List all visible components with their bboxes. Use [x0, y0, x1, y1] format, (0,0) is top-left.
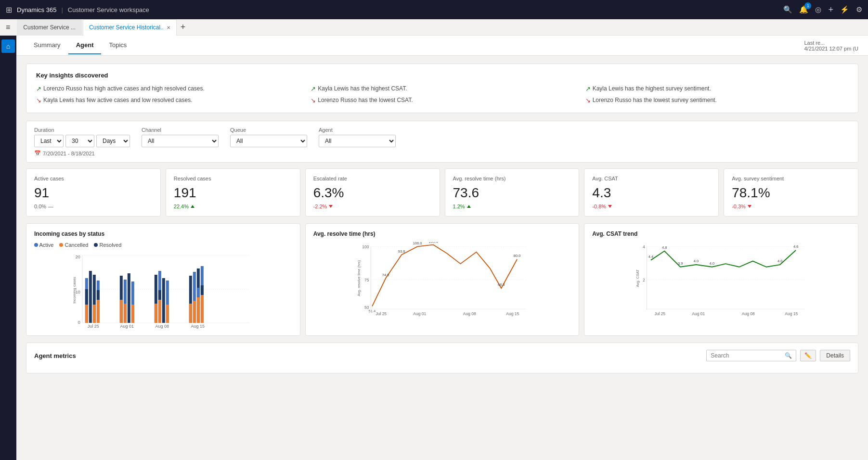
tab-historical[interactable]: Customer Service Historical.. ✕: [83, 19, 177, 36]
svg-rect-22: [131, 305, 134, 323]
metric-value: 191: [174, 185, 292, 201]
tab-agent[interactable]: Agent: [68, 37, 102, 54]
svg-text:Jul 25: Jul 25: [655, 312, 666, 317]
metric-change: 1.2%: [453, 204, 571, 209]
insight-up-icon: ↗: [585, 85, 591, 93]
metric-value: 73.6: [453, 185, 571, 201]
metric-change: 0.0% —: [34, 204, 153, 209]
csat-trend-chart: Avg. CSAT trend 4 2: [584, 223, 858, 336]
svg-text:Jul 25: Jul 25: [376, 312, 387, 317]
sidebar: ⌂: [0, 36, 16, 460]
arrow-down-icon: [329, 205, 333, 208]
tab-customer-service[interactable]: Customer Service ...: [17, 19, 82, 36]
metric-title: Avg. survey sentiment: [732, 176, 850, 181]
svg-rect-32: [189, 304, 192, 323]
menu-icon[interactable]: ≡: [4, 21, 12, 34]
metric-value: 78.1%: [732, 185, 850, 201]
metric-title: Escalated rate: [313, 176, 432, 181]
notification-icon[interactable]: 🔔 1: [799, 5, 808, 14]
svg-rect-14: [97, 300, 100, 323]
change-value: -2.2%: [313, 204, 327, 209]
metric-value: 91: [34, 185, 153, 201]
svg-rect-28: [162, 278, 165, 323]
svg-rect-10: [89, 271, 92, 323]
filter-icon[interactable]: ⚡: [840, 5, 849, 14]
duration-value-select[interactable]: 30: [65, 135, 94, 147]
insight-text: Lorenzo Russo has the lowest CSAT.: [318, 96, 413, 104]
svg-text:4.4: 4.4: [648, 255, 653, 259]
queue-select[interactable]: All: [230, 135, 307, 147]
add-tab-button[interactable]: +: [178, 22, 189, 32]
line-chart-container: 100 75 50 51.4: [313, 242, 571, 319]
search-input[interactable]: [711, 352, 783, 359]
tab-close-icon[interactable]: ✕: [167, 25, 170, 30]
target-icon[interactable]: ◎: [815, 5, 821, 14]
agent-select[interactable]: All: [319, 135, 396, 147]
sidebar-home-icon[interactable]: ⌂: [1, 39, 15, 53]
insights-grid: ↗ Lorenzo Russo has high active cases an…: [36, 85, 848, 105]
svg-rect-34: [193, 301, 196, 323]
metric-escalated-rate: Escalated rate 6.3% -2.2%: [305, 168, 440, 217]
csat-chart-container: 4 2 4.4 4.8 3.9: [592, 242, 850, 319]
legend-resolved: Resolved: [94, 242, 121, 248]
tab-bar: ≡ Customer Service ... Customer Service …: [0, 19, 868, 36]
tab-summary[interactable]: Summary: [26, 37, 68, 54]
metric-title: Avg. resolve time (hrs): [453, 176, 571, 181]
brand-name: Dynamics 365: [17, 6, 56, 13]
details-button[interactable]: Details: [820, 350, 850, 361]
tab-topics-label: Topics: [109, 41, 127, 49]
duration-filter: Duration Last 30 Days: [34, 127, 130, 147]
svg-text:Avg. CSAT: Avg. CSAT: [635, 269, 640, 287]
grid-icon[interactable]: ⊞: [6, 5, 12, 14]
notification-badge: 1: [804, 2, 811, 9]
svg-text:Aug 08: Aug 08: [742, 312, 755, 317]
insight-text: Kayla Lewis has few active cases and low…: [43, 96, 193, 104]
insights-title: Key insights discovered: [36, 72, 848, 79]
change-value: 22.4%: [174, 204, 189, 209]
svg-rect-19: [124, 304, 127, 323]
svg-text:93.6: 93.6: [398, 249, 405, 254]
svg-text:Aug 01: Aug 01: [120, 324, 134, 329]
metric-avg-survey: Avg. survey sentiment 78.1% -0.3%: [724, 168, 858, 217]
bar-chart-svg: 20 10 0: [34, 252, 292, 329]
svg-text:75: 75: [364, 278, 369, 282]
svg-text:4.8: 4.8: [662, 245, 667, 250]
svg-text:4.0: 4.0: [777, 259, 782, 264]
svg-text:4: 4: [643, 245, 645, 250]
svg-text:48.3: 48.3: [498, 283, 505, 287]
duration-unit-select[interactable]: Days: [96, 135, 130, 147]
metric-change: -2.2%: [313, 204, 432, 209]
page-tabs: Summary Agent Topics: [26, 37, 134, 54]
csat-trend-svg: 4 2 4.4 4.8 3.9: [592, 242, 850, 319]
metric-resolved-cases: Resolved cases 191 22.4%: [166, 168, 300, 217]
main-content: Summary Agent Topics Last re... 4/21/202…: [16, 36, 868, 460]
svg-text:3.9: 3.9: [678, 261, 683, 266]
duration-preset-select[interactable]: Last: [34, 135, 64, 147]
svg-rect-8: [85, 305, 88, 323]
insight-text: Lorenzo Russo has the lowest survey sent…: [593, 96, 717, 104]
change-value: -0.3%: [732, 204, 746, 209]
svg-text:4.0: 4.0: [710, 261, 714, 266]
svg-rect-9: [85, 289, 88, 305]
svg-text:Aug 08: Aug 08: [463, 312, 476, 317]
settings-icon[interactable]: ⚙: [856, 5, 862, 14]
metric-value: 4.3: [592, 185, 711, 201]
arrow-up-icon: [191, 205, 194, 208]
search-box[interactable]: 🔍: [706, 350, 796, 361]
chart-title: Avg. resolve time (hrs): [313, 230, 571, 237]
agent-label: Agent: [319, 127, 396, 133]
tab-label: Customer Service Historical..: [89, 24, 164, 31]
search-icon[interactable]: 🔍: [783, 5, 792, 14]
svg-rect-15: [97, 290, 100, 300]
tab-topics[interactable]: Topics: [101, 37, 134, 54]
svg-text:Aug 08: Aug 08: [155, 324, 169, 329]
channel-select[interactable]: All: [142, 135, 219, 147]
insights-card: Key insights discovered ↗ Lorenzo Russo …: [26, 64, 858, 113]
add-icon[interactable]: +: [828, 5, 833, 15]
filters-row: Duration Last 30 Days: [34, 127, 850, 147]
insight-item: ↘ Kayla Lewis has few active cases and l…: [36, 96, 299, 105]
svg-rect-30: [166, 305, 169, 323]
insight-item: ↘ Lorenzo Russo has the lowest survey se…: [585, 96, 848, 105]
chart-legend: Active Cancelled Resolved: [34, 242, 292, 248]
edit-button[interactable]: ✏️: [800, 350, 816, 361]
